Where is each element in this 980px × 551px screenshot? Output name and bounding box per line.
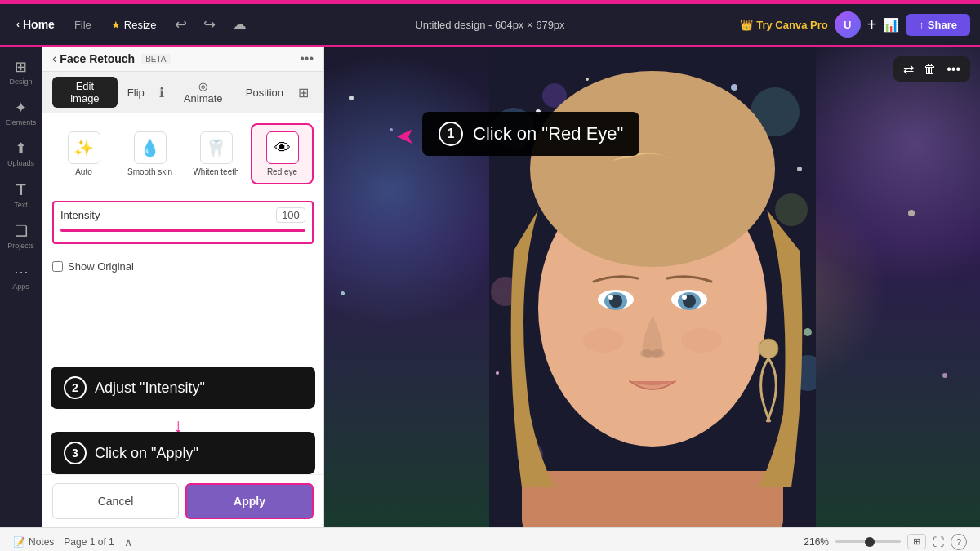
position-button[interactable]: Position: [238, 83, 292, 102]
tool-whiten-teeth-label: Whiten teeth: [193, 167, 238, 176]
svg-rect-15: [522, 471, 783, 527]
smooth-skin-icon: 💧: [134, 131, 167, 164]
svg-point-12: [496, 371, 499, 375]
undo-button[interactable]: ↩: [170, 12, 192, 37]
sidebar-item-design[interactable]: ⊞ Design: [3, 53, 39, 91]
notes-button[interactable]: 📝 Notes: [13, 536, 54, 548]
fullscreen-button[interactable]: ⛶: [933, 535, 944, 549]
share-label: Share: [928, 19, 957, 31]
sidebar-item-apps[interactable]: ⋯ Apps: [3, 258, 39, 295]
tool-smooth-skin[interactable]: 💧 Smooth skin: [118, 123, 181, 184]
tool-grid: ✨ Auto 💧 Smooth skin 🦷 Whiten teeth 👁 Re…: [42, 113, 323, 194]
try-pro-label: Try Canva Pro: [756, 19, 827, 31]
tool-red-eye[interactable]: 👁 Red eye: [251, 123, 314, 184]
image-floating-toolbar: ⇄ 🗑 •••: [893, 56, 970, 82]
instruction-3-number: 3: [64, 442, 87, 464]
sparkle-2: [390, 128, 393, 131]
sidebar-item-text[interactable]: T Text: [3, 176, 39, 214]
topbar-left: ‹ Home File ★ Resize ↩ ↪ ☁: [10, 12, 733, 37]
zoom-level: 216%: [804, 536, 829, 548]
main-layout: ⊞ Design ✦ Elements ⬆ Uploads T Text ❏ P…: [0, 47, 980, 527]
add-button[interactable]: +: [867, 16, 877, 34]
show-original-checkbox[interactable]: [52, 261, 63, 272]
tool-whiten-teeth[interactable]: 🦷 Whiten teeth: [185, 123, 247, 184]
cloud-button[interactable]: ☁: [227, 12, 252, 37]
chevron-up-button[interactable]: ∧: [124, 535, 132, 549]
svg-point-4: [775, 193, 808, 226]
instruction-1-number: 1: [439, 122, 463, 146]
svg-point-29: [583, 328, 624, 353]
more-options-button[interactable]: •••: [300, 51, 314, 66]
sidebar-label-design: Design: [9, 78, 32, 86]
svg-point-27: [640, 349, 653, 358]
intensity-value: 100: [276, 207, 305, 223]
flip-image-button[interactable]: ⇄: [900, 60, 917, 78]
try-canva-pro-button[interactable]: 👑 Try Canva Pro: [740, 19, 827, 31]
share-button[interactable]: ↑ Share: [906, 14, 970, 36]
home-label: Home: [23, 18, 55, 31]
resize-button[interactable]: ★ Resize: [105, 16, 163, 34]
sidebar-label-uploads: Uploads: [7, 159, 34, 167]
arrow-1-icon: ➤: [396, 122, 415, 149]
auto-icon: ✨: [68, 131, 100, 164]
sidebar-item-elements[interactable]: ✦ Elements: [3, 94, 39, 131]
animate-label: Animate: [184, 92, 223, 104]
document-title: Untitled design - 604px × 679px: [415, 19, 564, 31]
flip-button[interactable]: Flip: [119, 83, 153, 102]
instruction-2-text: Adjust "Intensity": [95, 380, 205, 397]
sidebar-label-elements: Elements: [6, 118, 37, 127]
redo-button[interactable]: ↪: [198, 12, 220, 37]
svg-point-13: [804, 328, 812, 336]
panel-title: Face Retouch: [60, 52, 135, 65]
instruction-3-text: Click on "Apply": [95, 445, 198, 462]
tool-red-eye-label: Red eye: [267, 167, 297, 176]
svg-point-10: [731, 84, 737, 91]
page-view-button[interactable]: ⊞: [907, 534, 926, 549]
more-image-button[interactable]: •••: [943, 60, 964, 78]
design-icon: ⊞: [15, 58, 27, 76]
notes-label: Notes: [29, 536, 54, 548]
tool-auto[interactable]: ✨ Auto: [52, 123, 115, 184]
grid-icon-button[interactable]: ⊞: [293, 82, 314, 104]
resize-label: Resize: [124, 19, 157, 31]
edit-image-button[interactable]: Edit image: [52, 77, 118, 108]
animate-button[interactable]: ◎ Animate: [171, 77, 236, 108]
show-original-section: Show Original: [42, 257, 323, 276]
back-button[interactable]: ‹: [52, 51, 56, 66]
sparkle-3: [908, 210, 915, 216]
sparkle-1: [349, 96, 354, 100]
avatar[interactable]: U: [835, 11, 861, 38]
svg-point-28: [652, 349, 665, 358]
bottombar: 📝 Notes Page 1 of 1 ∧ 216% ⊞ ⛶ ?: [0, 527, 980, 551]
home-button[interactable]: ‹ Home: [10, 15, 61, 34]
instruction-1-text: Click on "Red Eye": [473, 123, 623, 144]
analytics-button[interactable]: 📊: [883, 17, 899, 33]
info-button[interactable]: ℹ: [154, 82, 169, 104]
tool-auto-label: Auto: [75, 167, 92, 176]
projects-icon: ❏: [15, 222, 28, 240]
topbar-right: 👑 Try Canva Pro U + 📊 ↑ Share: [740, 11, 970, 38]
bottombar-right: 216% ⊞ ⛶ ?: [804, 534, 967, 550]
intensity-label: Intensity: [60, 209, 100, 221]
sidebar-item-projects[interactable]: ❏ Projects: [3, 217, 39, 255]
share-icon: ↑: [919, 19, 924, 31]
cancel-button[interactable]: Cancel: [52, 483, 179, 519]
sidebar-item-uploads[interactable]: ⬆ Uploads: [3, 135, 39, 172]
svg-point-11: [797, 167, 802, 171]
canvas-area: ⇄ 🗑 ••• 1 Click on "Red Eye" ➤: [324, 47, 980, 527]
topbar: ‹ Home File ★ Resize ↩ ↪ ☁ Untitled desi…: [0, 4, 980, 47]
intensity-header: Intensity 100: [60, 207, 305, 223]
instruction-2-callout: 2 Adjust "Intensity": [51, 367, 315, 409]
tool-smooth-skin-label: Smooth skin: [127, 167, 172, 176]
zoom-slider[interactable]: [835, 540, 901, 543]
left-sidebar: ⊞ Design ✦ Elements ⬆ Uploads T Text ❏ P…: [0, 47, 42, 527]
sparkle-5: [942, 373, 947, 378]
apps-icon: ⋯: [14, 263, 29, 281]
help-button[interactable]: ?: [951, 534, 967, 550]
apply-button[interactable]: Apply: [185, 483, 314, 519]
sidebar-label-text: Text: [14, 201, 28, 209]
delete-image-button[interactable]: 🗑: [920, 60, 940, 78]
svg-point-26: [682, 295, 687, 300]
panel-footer: Cancel Apply: [42, 474, 323, 527]
file-button[interactable]: File: [68, 16, 98, 34]
